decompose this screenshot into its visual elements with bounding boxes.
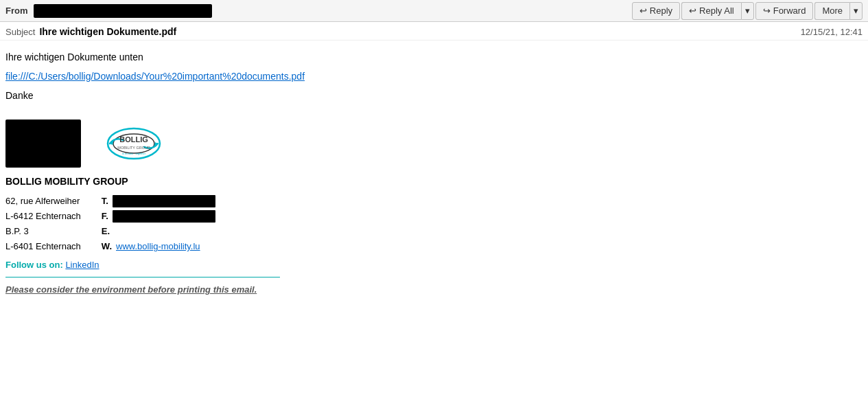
reply-all-button[interactable]: ↩ Reply All: [681, 2, 741, 20]
follow-label: Follow us on:: [5, 260, 63, 270]
subject-row: Subject Ihre wichtigen Dokumente.pdf 12/…: [0, 22, 868, 41]
sig-logo-row: BOLLIG MOBILITY GROUP in motion · togeth…: [5, 117, 863, 169]
chevron-down-icon: ▾: [745, 5, 750, 16]
linkedin-link[interactable]: LinkedIn: [65, 260, 99, 270]
sig-address-block: 62, rue Alferweiher L-6412 Echternach B.…: [5, 194, 863, 254]
more-chevron-down-icon: ▾: [854, 5, 858, 16]
w-label: W.: [102, 239, 112, 254]
sig-divider: [5, 277, 280, 277]
e-label: E.: [102, 224, 110, 239]
from-value-redacted: [34, 4, 212, 18]
reply-icon: ↩: [640, 5, 647, 16]
f-value-redacted: [113, 210, 215, 223]
subject-label: Subject: [5, 27, 35, 37]
address-line2: L-6412 Echternach: [5, 209, 81, 224]
subject-left: Subject Ihre wichtigen Dokumente.pdf: [5, 26, 176, 37]
sig-follow: Follow us on: LinkedIn: [5, 260, 863, 270]
t-value-redacted: [113, 195, 215, 207]
more-button[interactable]: More: [814, 2, 849, 20]
bollig-logo: BOLLIG MOBILITY GROUP in motion · togeth…: [95, 117, 174, 169]
action-buttons: ↩ Reply ↩ Reply All ▾ ↪ Forward More ▾: [632, 2, 863, 20]
svg-text:in motion · together: in motion · together: [122, 152, 146, 155]
environment-notice: Please consider the environment before p…: [5, 284, 863, 295]
document-link[interactable]: file:///C:/Users/bollig/Downloads/Your%2…: [5, 71, 863, 82]
forward-label: Forward: [773, 5, 806, 16]
website-link[interactable]: www.bollig-mobility.lu: [116, 239, 200, 254]
contact-t-row: T.: [102, 194, 215, 209]
reply-all-label: Reply All: [699, 5, 734, 16]
company-name: BOLLIG MOBILITY GROUP: [5, 176, 863, 187]
timestamp: 12/15/21, 12:41: [801, 27, 863, 37]
contact-w-row: W. www.bollig-mobility.lu: [102, 239, 215, 254]
contact-f-row: F.: [102, 209, 215, 224]
reply-button[interactable]: ↩ Reply: [632, 2, 680, 20]
sig-address: 62, rue Alferweiher L-6412 Echternach B.…: [5, 194, 81, 254]
reply-all-group: ↩ Reply All ▾: [681, 2, 754, 20]
forward-icon: ↪: [763, 5, 771, 16]
address-line1: 62, rue Alferweiher: [5, 194, 81, 209]
from-label: From: [5, 5, 28, 16]
contact-e-row: E.: [102, 224, 215, 239]
t-label: T.: [102, 194, 108, 209]
address-line4: L-6401 Echternach: [5, 239, 81, 254]
forward-button[interactable]: ↪ Forward: [755, 2, 814, 20]
more-label: More: [822, 5, 843, 16]
email-header: From ↩ Reply ↩ Reply All ▾ ↪ Forward Mor…: [0, 0, 868, 22]
svg-text:MOBILITY GROUP: MOBILITY GROUP: [117, 146, 150, 150]
closing-text: Danke: [5, 90, 863, 101]
f-label: F.: [102, 209, 108, 224]
subject-text: Ihre wichtigen Dokumente.pdf: [39, 26, 176, 37]
reply-all-dropdown-button[interactable]: ▾: [741, 2, 754, 20]
svg-text:BOLLIG: BOLLIG: [119, 135, 148, 144]
email-signature: BOLLIG MOBILITY GROUP in motion · togeth…: [5, 117, 863, 295]
email-body: Ihre wichtigen Dokumente unten file:///C…: [0, 41, 868, 306]
sig-photo-redacted: [5, 120, 81, 168]
reply-label: Reply: [650, 5, 672, 16]
more-dropdown-button[interactable]: ▾: [849, 2, 863, 20]
more-group: More ▾: [814, 2, 863, 20]
reply-all-icon: ↩: [689, 5, 696, 16]
sig-contact: T. F. E. W. www.bollig-mobility.lu: [102, 194, 215, 254]
from-section: From: [5, 4, 632, 18]
address-line3: B.P. 3: [5, 224, 81, 239]
intro-text: Ihre wichtigen Dokumente unten: [5, 52, 863, 63]
